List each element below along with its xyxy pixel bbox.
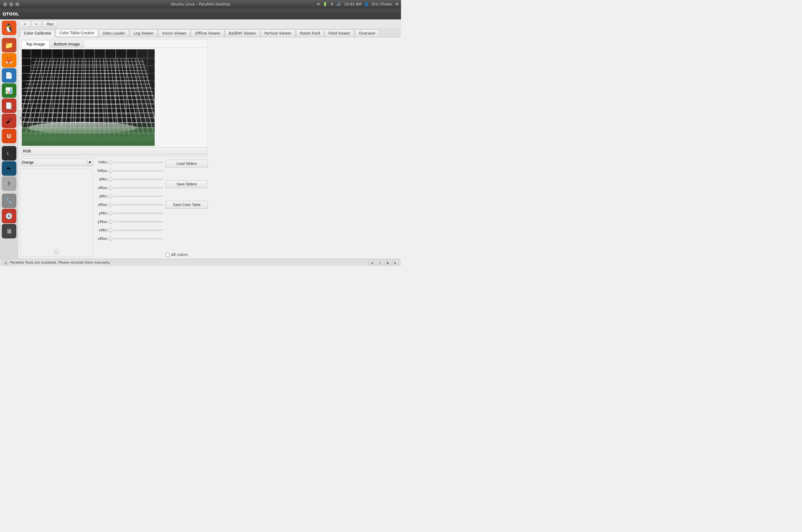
status-prev-btn[interactable]: ◀	[369, 260, 375, 265]
svg-line-7	[22, 103, 154, 105]
sidebar-item-terminal[interactable]: $_	[2, 146, 16, 160]
status-settings-btn[interactable]: ⚙	[377, 260, 383, 265]
sidebar-item-settings[interactable]: 🔧	[2, 194, 16, 208]
svg-rect-22	[22, 128, 154, 146]
sidebar-item-writer[interactable]: 📄	[2, 68, 16, 83]
vmax-track[interactable]	[114, 238, 163, 239]
smax-thumb[interactable]	[109, 186, 113, 190]
left-column: Top Image Bottom Image	[20, 39, 208, 257]
color-swatch-area	[20, 169, 93, 257]
tab-particle-viewer[interactable]: Particle Viewer	[261, 30, 296, 37]
hmin-thumb[interactable]	[109, 160, 113, 165]
sidebar-item-calc[interactable]: 📊	[2, 83, 16, 98]
color-mode-bar: RGB HSV YCbCr	[21, 147, 206, 155]
tab-log-viewer[interactable]: Log Viewer	[130, 30, 157, 37]
ymax-thumb[interactable]	[109, 220, 113, 224]
subtab-top-image[interactable]: Top Image	[21, 41, 50, 48]
ymax-row: yMax	[95, 218, 163, 226]
smax-track[interactable]	[114, 187, 163, 188]
color-select-main[interactable]: Orange Yellow Blue Green Red White	[20, 158, 87, 166]
sidebar-item-gimp[interactable]: 🖌	[2, 114, 16, 128]
sidebar-item-firefox[interactable]: 🦊	[2, 53, 16, 68]
hmax-track[interactable]	[114, 170, 163, 171]
sidebar-item-files[interactable]: 📁	[2, 38, 16, 52]
maximize-btn[interactable]	[15, 2, 19, 6]
tab-robot-field[interactable]: Robot Field	[296, 30, 324, 37]
status-next-btn[interactable]: ▶	[392, 260, 398, 265]
sliders-panel: hMin hMax sMin	[95, 158, 163, 257]
sidebar-divider-3	[3, 192, 15, 192]
sidebar-item-ink[interactable]: ✒	[2, 161, 16, 176]
svg-point-23	[28, 122, 137, 134]
user-name: Eric Chown	[372, 2, 392, 6]
ymax-label: yMax	[95, 220, 107, 224]
ymin-thumb[interactable]	[109, 211, 113, 215]
tab-field-viewer[interactable]: Field Viewer	[324, 30, 354, 37]
soccer-net-svg	[22, 49, 154, 146]
ymin-track[interactable]	[114, 213, 163, 214]
sidebar-item-display[interactable]: 🖥	[2, 224, 16, 239]
zmax-track[interactable]	[114, 204, 163, 205]
gear-icon: ⚙	[395, 2, 398, 6]
save-sliders-button[interactable]: Save Sliders	[166, 180, 208, 188]
rec-button[interactable]: Rec	[43, 21, 58, 27]
sidebar-item-disk[interactable]: 💿	[2, 209, 16, 223]
hmin-row: hMin	[95, 158, 163, 166]
zmin-track[interactable]	[114, 196, 163, 197]
tab-vision-viewer[interactable]: Vision Viewer	[158, 30, 190, 37]
forward-button[interactable]: >	[32, 21, 42, 27]
vmax-thumb[interactable]	[109, 236, 113, 241]
subtab-bottom-image[interactable]: Bottom Image	[50, 41, 84, 48]
sidebar-item-ubuntu[interactable]: 🐧	[2, 21, 16, 35]
zmin-thumb[interactable]	[109, 194, 113, 198]
tab-data-loader[interactable]: Data Loader	[99, 30, 129, 37]
app-title: QTOOL	[2, 12, 19, 16]
color-select-arrow-icon[interactable]: ▼	[87, 158, 93, 166]
image-panel: Top Image Bottom Image	[20, 39, 208, 157]
ymax-track[interactable]	[114, 221, 163, 222]
vmin-thumb[interactable]	[109, 228, 113, 232]
sidebar-divider-1	[3, 36, 15, 37]
status-message: Parallels Tools are outdated. Please rei…	[10, 261, 110, 265]
sidebar-divider-2	[3, 145, 15, 145]
hmin-track[interactable]	[114, 162, 163, 163]
status-window-btn[interactable]: ▣	[385, 260, 391, 265]
smin-row: sMin	[95, 175, 163, 183]
all-colors-checkbox[interactable]	[166, 253, 169, 257]
back-button[interactable]: <	[20, 21, 30, 27]
tab-overseer[interactable]: Overseer	[355, 30, 379, 37]
vmin-row: vMin	[95, 226, 163, 234]
sidebar-item-impress[interactable]: 📑	[2, 98, 16, 113]
close-btn[interactable]	[3, 2, 7, 6]
all-colors-label: All colors	[171, 253, 188, 257]
power-button[interactable]: ⏻	[2, 260, 8, 265]
color-mode-select[interactable]: RGB HSV YCbCr	[21, 147, 206, 155]
tab-color-table-creator[interactable]: Color Table Creator	[56, 29, 98, 37]
svg-line-9	[22, 122, 154, 123]
smin-label: sMin	[95, 177, 107, 182]
tab-color-calibrate[interactable]: Color Calibrate	[20, 30, 55, 37]
vmin-track[interactable]	[114, 230, 163, 231]
smax-row: sMax	[95, 184, 163, 192]
sidebar-item-help[interactable]: ?	[2, 176, 16, 191]
tab-offline-viewer[interactable]: Offline Viewer	[191, 30, 224, 37]
battery-icon: 🔋	[323, 2, 327, 6]
sidebar-item-ubuntu-one[interactable]: U	[2, 129, 16, 143]
menu-bar: QTOOL	[0, 8, 401, 19]
minimize-btn[interactable]	[9, 2, 13, 6]
load-sliders-button[interactable]: Load Sliders	[166, 160, 208, 168]
hmin-label: hMin	[95, 160, 107, 165]
hmax-thumb[interactable]	[109, 169, 113, 173]
smin-track[interactable]	[114, 179, 163, 180]
smin-thumb[interactable]	[109, 177, 113, 182]
save-color-table-button[interactable]: Save Color Table	[166, 201, 208, 209]
toolbar: < > Rec	[18, 19, 401, 29]
zmax-thumb[interactable]	[109, 203, 113, 207]
vertical-slider-thumb[interactable]	[54, 249, 59, 254]
color-dropdown-row: Orange Yellow Blue Green Red White ▼	[20, 158, 93, 166]
smax-label: sMax	[95, 186, 107, 190]
volume-icon: 🔊	[336, 2, 341, 6]
tab-ballekf-viewer[interactable]: BallEKF Viewer	[225, 30, 260, 37]
time-display: 10:45 AM	[344, 2, 361, 6]
zmin-row: zMin	[95, 192, 163, 200]
